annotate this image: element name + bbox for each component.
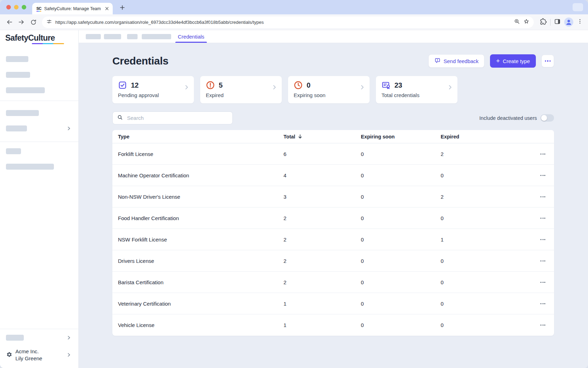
browser-menu-icon[interactable] [577, 18, 583, 26]
sidebar-skeleton-item [6, 164, 54, 170]
header-actions: Send feedback + Create type [428, 54, 554, 68]
bookmark-star-icon[interactable] [523, 18, 530, 26]
sidebar-skeleton-item [6, 72, 30, 78]
ellipsis-icon [540, 239, 545, 240]
chevron-right-icon[interactable] [66, 126, 71, 131]
column-header-type[interactable]: Type [118, 134, 284, 139]
row-menu-button[interactable] [537, 234, 548, 245]
row-menu-button[interactable] [537, 212, 548, 224]
cell-expiring: 0 [361, 237, 441, 243]
tab-skeleton [127, 34, 138, 39]
alert-circle-icon [206, 81, 215, 90]
sidebar: SafetyCulture [0, 30, 79, 368]
toggle-label: Include deactivated users [479, 115, 537, 121]
ellipsis-icon [540, 218, 545, 219]
row-menu-button[interactable] [537, 320, 548, 331]
table-row[interactable]: Barista Certification 2 0 0 [112, 272, 554, 293]
include-deactivated-toggle[interactable] [540, 114, 554, 122]
chevron-right-icon [358, 83, 366, 91]
stat-card[interactable]: 23 Total credentials [376, 76, 457, 103]
ellipsis-icon [540, 196, 545, 197]
extensions-icon[interactable] [540, 18, 547, 26]
search-input[interactable] [126, 115, 228, 121]
row-menu-button[interactable] [537, 170, 548, 181]
table-row[interactable]: Veterinary Certification 1 0 0 [112, 293, 554, 314]
browser-tab[interactable]: SC SafetyCulture: Manage Teams and… [32, 3, 113, 14]
row-menu-button[interactable] [537, 255, 548, 266]
row-menu-button[interactable] [537, 148, 548, 159]
create-type-button[interactable]: + Create type [490, 54, 536, 68]
safetyculture-favicon: SC [36, 7, 41, 11]
table-row[interactable]: Drivers License 2 0 0 [112, 250, 554, 272]
cell-total: 4 [284, 172, 361, 178]
table-row[interactable]: NSW Forklift License 2 0 1 [112, 229, 554, 250]
tab-credentials[interactable]: Credentials [175, 30, 207, 43]
app-root: SafetyCulture [0, 30, 588, 368]
stat-value: 23 [394, 81, 402, 89]
profile-avatar[interactable] [564, 18, 573, 27]
stat-card[interactable]: 12 Pending approval [112, 76, 194, 103]
stat-cards: 12 Pending approval 5 Expired 0 Expiring… [112, 76, 554, 103]
cell-total: 1 [284, 301, 361, 307]
address-bar[interactable]: https://app.safetyculture.com/organisati… [42, 16, 534, 28]
table-row[interactable]: Vehicle License 1 0 0 [112, 314, 554, 336]
table-row[interactable]: Machine Operator Certification 4 0 0 [112, 165, 554, 186]
reload-icon[interactable] [28, 17, 38, 27]
ellipsis-icon [540, 260, 545, 261]
sidebar-divider [0, 329, 78, 329]
forward-icon[interactable] [16, 17, 27, 27]
sidebar-divider [0, 101, 78, 101]
column-header-expired[interactable]: Expired [441, 134, 529, 139]
zoom-in-icon[interactable] [514, 18, 520, 26]
back-icon[interactable] [4, 17, 15, 27]
cell-expiring: 0 [361, 194, 441, 200]
safetyculture-logo[interactable]: SafetyCulture [5, 33, 55, 43]
logo-text-safety: Safety [5, 33, 28, 42]
close-window-button[interactable] [6, 5, 11, 9]
browser-tab-strip: SC SafetyCulture: Manage Teams and… [0, 0, 588, 14]
column-header-expiring-soon[interactable]: Expiring soon [361, 134, 441, 139]
org-name: Acme Inc. [15, 348, 39, 355]
minimize-window-button[interactable] [14, 5, 19, 9]
checkbox-icon [118, 81, 127, 90]
page-tabs-bar: Credentials [79, 30, 588, 43]
table-header: Type Total Expiring soon Expired [112, 130, 554, 143]
cell-expired: 0 [441, 279, 529, 285]
gear-icon [6, 352, 12, 357]
cell-expiring: 0 [361, 322, 441, 328]
chevron-right-icon [446, 83, 454, 91]
url-text[interactable]: https://app.safetyculture.com/organisati… [55, 20, 511, 25]
more-options-button[interactable] [541, 55, 554, 67]
stat-value: 0 [307, 81, 310, 89]
org-switcher[interactable]: Acme Inc. Lily Greene [0, 346, 78, 364]
new-tab-button[interactable] [119, 4, 125, 11]
cell-type: NSW Forklift License [118, 237, 284, 243]
column-header-total[interactable]: Total [284, 134, 361, 139]
row-menu-button[interactable] [537, 191, 548, 202]
page-title: Credentials [112, 55, 168, 67]
ellipsis-icon [540, 325, 545, 326]
stat-card[interactable]: 0 Expiring soon [288, 76, 370, 103]
table-body: Forklift License 6 0 2 Machine Operator … [112, 143, 554, 336]
cell-expiring: 0 [361, 172, 441, 178]
stat-card[interactable]: 5 Expired [200, 76, 282, 103]
table-row[interactable]: Non-NSW Driver's License 3 0 2 [112, 186, 554, 207]
search-icon [117, 114, 123, 122]
tab-close-icon[interactable] [104, 6, 110, 12]
cell-expired: 2 [441, 194, 529, 200]
sidebar-skeleton-item [6, 110, 39, 116]
ellipsis-icon [545, 60, 551, 62]
site-info-icon[interactable] [46, 19, 52, 26]
table-row[interactable]: Forklift License 6 0 2 [112, 143, 554, 165]
search-box[interactable] [112, 111, 233, 124]
maximize-window-button[interactable] [22, 5, 26, 9]
cell-expired: 2 [441, 151, 529, 157]
table-row[interactable]: Food Handler Certification 2 0 0 [112, 207, 554, 229]
sidebar-skeleton-item [6, 87, 45, 93]
send-feedback-button[interactable]: Send feedback [428, 54, 484, 68]
side-panel-icon[interactable] [554, 18, 561, 26]
filter-row: Include deactivated users [112, 111, 554, 124]
chevron-right-icon[interactable] [66, 335, 71, 340]
row-menu-button[interactable] [537, 298, 548, 309]
row-menu-button[interactable] [537, 277, 548, 288]
